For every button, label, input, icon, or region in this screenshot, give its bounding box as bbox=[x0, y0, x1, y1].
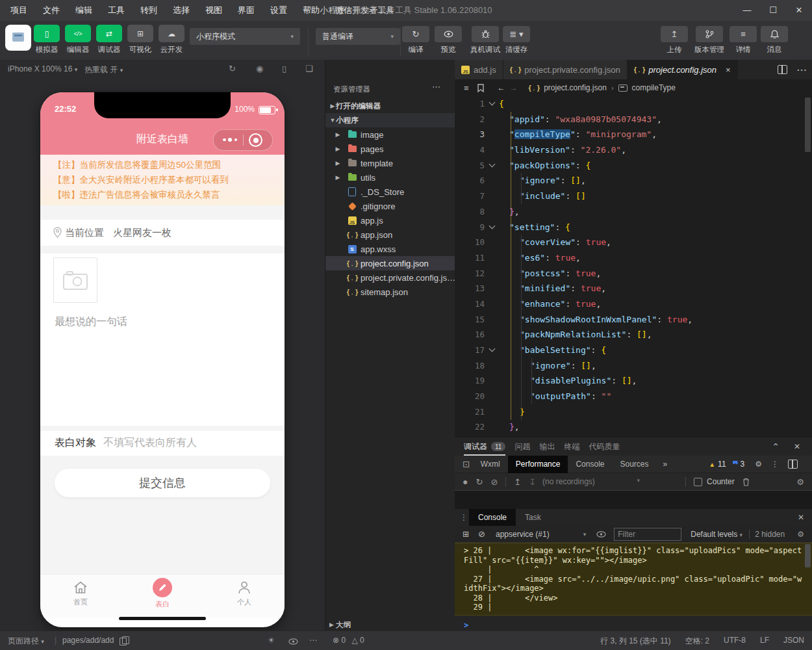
more-icon[interactable]: ⋯ bbox=[309, 636, 317, 645]
menu-item-项目[interactable]: 项目 bbox=[3, 0, 35, 21]
console-warning-block[interactable]: > 26 | <image wx:for="{{imglist}}" class… bbox=[455, 543, 812, 616]
levels-select[interactable]: Default levels ▾ bbox=[691, 530, 742, 539]
recordings-select[interactable]: (no recordings)▾ bbox=[542, 477, 640, 486]
counter-checkbox[interactable] bbox=[694, 478, 702, 486]
toolbar-版本管理[interactable]: 版本管理 bbox=[694, 26, 724, 55]
submit-button[interactable]: 提交信息 bbox=[55, 469, 270, 497]
console-scrollbar[interactable] bbox=[805, 544, 811, 567]
editor-tab-add.js[interactable]: JSadd.js bbox=[455, 60, 503, 79]
avatar-button[interactable] bbox=[5, 25, 31, 51]
tabbar-表白[interactable]: 表白 bbox=[136, 580, 188, 609]
editor-more-icon[interactable]: ⋯ bbox=[796, 64, 807, 76]
menu-item-工具[interactable]: 工具 bbox=[100, 0, 133, 21]
page-path-select[interactable]: 页面路径 ▾ bbox=[8, 636, 44, 647]
undock-icon[interactable] bbox=[788, 460, 798, 469]
toolbar-详情[interactable]: ≡详情 bbox=[730, 26, 757, 55]
close-button[interactable]: ✕ bbox=[786, 0, 812, 21]
device-icon[interactable]: ▯ bbox=[282, 64, 286, 73]
menu-item-视图[interactable]: 视图 bbox=[197, 0, 230, 21]
debugger-tab-代码质量[interactable]: 代码质量 bbox=[589, 438, 620, 456]
tabbar-个人[interactable]: 个人 bbox=[218, 580, 270, 607]
tree-item-.gitignore[interactable]: .gitignore bbox=[325, 199, 455, 213]
console-prompt[interactable]: > bbox=[464, 621, 468, 630]
toolbar-模拟器[interactable]: ▯模拟器 bbox=[31, 25, 62, 55]
tree-item-app.json[interactable]: {﹒}app.json bbox=[325, 228, 455, 242]
gear-icon[interactable]: ⚙ bbox=[796, 477, 804, 487]
outline-section[interactable]: ▶大纲 bbox=[325, 618, 455, 632]
tree-item-project.private.config.js[interactable]: {﹒}project.private.config.js… bbox=[325, 270, 455, 285]
editor-scrollbar[interactable] bbox=[805, 98, 811, 152]
status-2[interactable]: 空格: 2 bbox=[685, 636, 709, 647]
breadcrumb-symbol[interactable]: compileType bbox=[632, 83, 676, 92]
tree-item-pages[interactable]: ▶pages bbox=[325, 142, 455, 156]
maximize-button[interactable]: ☐ bbox=[760, 0, 786, 21]
eye-icon[interactable] bbox=[288, 638, 298, 645]
toolbar-真机调试[interactable]: 真机调试 bbox=[470, 26, 500, 55]
menu-item-微信开发者工具[interactable]: 微信开发者工具 bbox=[327, 0, 402, 21]
tree-item-image[interactable]: ▶image bbox=[325, 127, 455, 142]
toolbar-编译[interactable]: ↻编译 bbox=[402, 26, 429, 55]
compile-select[interactable]: 普通编译▾ bbox=[316, 28, 400, 45]
toolbar-调试器[interactable]: ⇄调试器 bbox=[94, 25, 125, 55]
warning-count[interactable]: ▲11 bbox=[709, 460, 726, 469]
more-icon[interactable]: ⋯ bbox=[432, 82, 440, 92]
minimize-button[interactable]: — bbox=[734, 0, 760, 21]
tree-item-app.js[interactable]: JSapp.js bbox=[325, 213, 455, 228]
console-tab-Task[interactable]: Task bbox=[516, 509, 550, 526]
devtools-tab-Performance[interactable]: Performance bbox=[508, 456, 568, 473]
toolbar-预览[interactable]: 预览 bbox=[435, 26, 462, 55]
toolbar-上传[interactable]: ↥上传 bbox=[661, 26, 688, 55]
editor-tab-project.config.json[interactable]: {﹒}project.config.json× bbox=[628, 60, 738, 79]
eye-icon[interactable] bbox=[596, 531, 606, 538]
more-icon[interactable] bbox=[223, 138, 237, 142]
close-console-icon[interactable]: ✕ bbox=[798, 513, 804, 522]
status-31511[interactable]: 行 3, 列 15 (选中 11) bbox=[600, 636, 670, 647]
problems-summary[interactable]: ⊗ 0 △ 0 bbox=[333, 636, 364, 645]
tree-item-app.wxss[interactable]: Sapp.wxss bbox=[325, 242, 455, 256]
tree-item-utils[interactable]: ▶utils bbox=[325, 170, 455, 185]
bookmark-icon[interactable] bbox=[477, 84, 484, 92]
load-profile-icon[interactable]: ↥ bbox=[514, 477, 521, 487]
tree-item-template[interactable]: ▶template bbox=[325, 156, 455, 170]
exit-target-icon[interactable] bbox=[249, 133, 262, 147]
toolbar-编辑器[interactable]: </>编辑器 bbox=[62, 25, 94, 55]
multi-window-icon[interactable]: ❏ bbox=[305, 64, 313, 73]
message-textarea[interactable]: 最想说的一句话 bbox=[40, 307, 285, 426]
tree-item-project.config.json[interactable]: {﹒}project.config.json bbox=[325, 256, 455, 270]
fold-icon[interactable] bbox=[488, 346, 495, 352]
trash-icon[interactable] bbox=[742, 478, 750, 486]
code-area[interactable]: 1{2"appid": "wxa8a0987b05074943",3"compi… bbox=[455, 96, 812, 437]
kebab-menu-icon[interactable]: ⋮ bbox=[771, 460, 779, 469]
gear-icon[interactable]: ⚙ bbox=[797, 530, 804, 539]
context-select[interactable]: appservice (#1) bbox=[496, 530, 550, 539]
devtools-tab-Wxml[interactable]: Wxml bbox=[473, 456, 508, 473]
menu-item-编辑[interactable]: 编辑 bbox=[68, 0, 100, 21]
upload-image-button[interactable] bbox=[53, 257, 97, 303]
debugger-tab-终端[interactable]: 终端 bbox=[564, 438, 579, 456]
debugger-tab-调试器[interactable]: 调试器11 bbox=[464, 438, 505, 456]
fold-icon[interactable] bbox=[488, 99, 495, 106]
location-row[interactable]: 当前位置 火星网友一枚 bbox=[40, 220, 285, 246]
clear-icon[interactable]: ⊘ bbox=[490, 477, 498, 487]
toolbar-可视化[interactable]: ⊞可视化 bbox=[125, 25, 156, 55]
breadcrumb-file[interactable]: project.config.json bbox=[544, 83, 607, 92]
device-select[interactable]: iPhone X 100% 16 ▾ bbox=[8, 64, 77, 73]
status-json[interactable]: JSON bbox=[783, 636, 804, 647]
close-panel-icon[interactable]: ✕ bbox=[794, 442, 800, 451]
menu-item-界面[interactable]: 界面 bbox=[230, 0, 262, 21]
vconsole-icon[interactable]: ☀ bbox=[268, 636, 275, 645]
nav-back-icon[interactable]: ← bbox=[498, 83, 505, 92]
target-input[interactable]: 不填写代表向所有人 bbox=[103, 436, 197, 450]
toolbar-清缓存[interactable]: ≣ ▾清缓存 bbox=[503, 26, 530, 55]
menu-item-设置[interactable]: 设置 bbox=[262, 0, 295, 21]
console-sidebar-icon[interactable]: ⊞ bbox=[463, 530, 469, 539]
debugger-tab-输出[interactable]: 输出 bbox=[539, 438, 555, 456]
inspect-icon[interactable]: ⊡ bbox=[463, 459, 470, 469]
mode-select[interactable]: 小程序模式▾ bbox=[190, 28, 300, 45]
record-icon[interactable]: ● bbox=[463, 476, 468, 487]
tree-item-sitemap.json[interactable]: {﹒}sitemap.json bbox=[325, 285, 455, 299]
reload-icon[interactable]: ↻ bbox=[476, 477, 483, 487]
kebab-menu-icon[interactable]: ⋮ bbox=[460, 513, 468, 522]
editor-tab-project.private.config.json[interactable]: {﹒}project.private.config.json bbox=[503, 60, 628, 79]
record-icon[interactable]: ◉ bbox=[256, 64, 263, 73]
